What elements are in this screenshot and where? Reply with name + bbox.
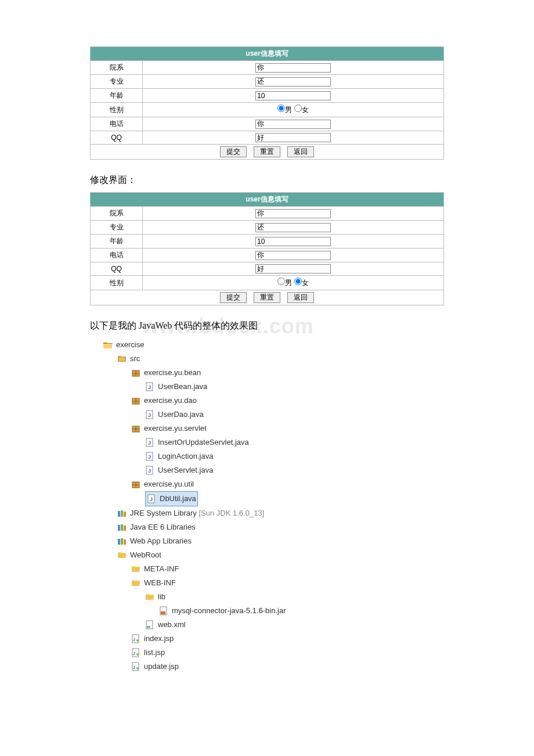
package-icon <box>131 368 140 377</box>
form-add: user信息填写 院系专业年龄性别男 女 电话QQ 提交重置返回 <box>90 46 444 160</box>
button-提交[interactable]: 提交 <box>220 146 247 157</box>
svg-text:J: J <box>148 384 151 390</box>
web-inf-folder[interactable]: WEB-INF <box>131 576 444 590</box>
java-file[interactable]: JUserBean.java <box>145 380 207 394</box>
svg-point-40 <box>136 639 139 642</box>
svg-point-43 <box>136 653 139 656</box>
form2-body: 院系专业年龄电话QQ性别男 女 <box>91 207 444 290</box>
folder-open-icon <box>145 592 154 602</box>
svg-text:J: J <box>148 454 151 460</box>
package-icon <box>131 424 140 433</box>
svg-rect-34 <box>161 611 165 614</box>
radio-女[interactable] <box>294 278 302 285</box>
button-row: 提交重置返回 <box>91 290 444 305</box>
project-root[interactable]: exercise <box>103 338 444 352</box>
radio-男[interactable] <box>277 105 285 112</box>
form-title: user信息填写 <box>91 47 444 61</box>
jsp-icon: J <box>131 634 140 643</box>
library-node[interactable]: JRE System Library [Sun JDK 1.6.0_13] <box>117 506 444 520</box>
package-node[interactable]: exercise.yu.util <box>131 477 444 491</box>
web-xml-file[interactable]: 3.0 web.xml <box>145 618 186 632</box>
java-file-icon: J <box>145 438 154 447</box>
svg-rect-29 <box>124 525 126 531</box>
field-label: 院系 <box>91 61 143 75</box>
project-icon <box>103 340 113 350</box>
folder-open-icon <box>131 564 140 574</box>
input-QQ[interactable] <box>255 133 331 142</box>
java-file[interactable]: JUserDao.java <box>145 408 204 422</box>
java-file-icon: J <box>147 494 156 503</box>
svg-text:J: J <box>148 468 151 474</box>
folder-open-icon <box>117 550 127 560</box>
java-file[interactable]: JInsertOrUpdateServlet.java <box>145 435 249 449</box>
library-node[interactable]: Java EE 6 Libraries <box>117 520 444 534</box>
xml-file-icon: 3.0 <box>145 620 154 629</box>
lib-folder[interactable]: lib <box>145 590 444 604</box>
folder-open-icon <box>131 578 140 588</box>
jar-icon <box>159 606 168 615</box>
java-file[interactable]: JUserServlet.java <box>145 463 213 477</box>
package-node[interactable]: exercise.yu.bean <box>131 366 444 380</box>
project-tree: exercise src exercise.yu.beanJUserBean.j… <box>103 338 444 674</box>
button-返回[interactable]: 返回 <box>287 292 314 303</box>
svg-rect-27 <box>118 525 120 531</box>
library-node[interactable]: Web App Libraries <box>117 534 444 548</box>
radio-男[interactable] <box>277 278 285 285</box>
jsp-icon: J <box>131 662 140 671</box>
field-label: 院系 <box>91 207 143 221</box>
input-专业[interactable] <box>255 223 331 232</box>
package-node[interactable]: exercise.yu.servlet <box>131 422 444 435</box>
webroot-folder[interactable]: WebRoot <box>117 548 444 562</box>
jsp-file[interactable]: Jlist.jsp <box>131 646 444 660</box>
form1-body: 院系专业年龄性别男 女 电话QQ <box>91 61 444 145</box>
svg-rect-26 <box>124 512 126 517</box>
input-年龄[interactable] <box>255 91 331 100</box>
java-file[interactable]: JDbUtil.java <box>145 491 198 506</box>
button-提交[interactable]: 提交 <box>220 292 247 303</box>
button-重置[interactable]: 重置 <box>254 146 280 157</box>
input-专业[interactable] <box>255 77 331 87</box>
input-QQ[interactable] <box>255 264 331 273</box>
jar-file[interactable]: mysql-connector-java-5.1.6-bin.jar <box>159 604 286 618</box>
package-node[interactable]: exercise.yu.dao <box>131 394 444 408</box>
source-folder-icon <box>117 354 127 363</box>
heading-modify: 修改界面： <box>90 174 444 186</box>
input-院系[interactable] <box>255 209 331 218</box>
radio-label: 男 <box>285 279 294 287</box>
field-label: 年龄 <box>91 235 143 249</box>
lib-files: mysql-connector-java-5.1.6-bin.jar <box>145 604 444 618</box>
button-返回[interactable]: 返回 <box>287 146 314 157</box>
input-电话[interactable] <box>255 120 331 129</box>
button-row: 提交重置返回 <box>91 145 444 160</box>
svg-point-46 <box>136 667 139 669</box>
package-icon <box>131 480 140 489</box>
java-file[interactable]: JLoginAction.java <box>145 449 213 463</box>
field-label: 电话 <box>91 117 143 131</box>
svg-text:J: J <box>148 440 151 446</box>
field-label: 电话 <box>91 249 143 262</box>
packages-list: exercise.yu.beanJUserBean.javaexercise.y… <box>117 366 444 506</box>
button-重置[interactable]: 重置 <box>254 292 280 303</box>
svg-text:J: J <box>133 665 135 669</box>
form-edit: user信息填写 院系专业年龄电话QQ性别男 女 提交重置返回 <box>90 192 444 305</box>
input-院系[interactable] <box>255 63 331 73</box>
field-label: 性别 <box>91 103 143 117</box>
field-label: QQ <box>91 131 143 145</box>
java-file-icon: J <box>145 382 154 391</box>
svg-rect-31 <box>121 538 123 545</box>
svg-text:J: J <box>133 638 135 642</box>
input-电话[interactable] <box>255 251 331 260</box>
library-icon <box>117 523 127 532</box>
jsp-file[interactable]: Jupdate.jsp <box>131 660 444 674</box>
svg-rect-25 <box>121 510 123 517</box>
meta-inf-folder[interactable]: META-INF <box>131 562 179 576</box>
field-label: 性别 <box>91 276 143 290</box>
input-年龄[interactable] <box>255 237 331 246</box>
radio-label: 男 <box>285 106 294 114</box>
radio-女[interactable] <box>294 105 302 112</box>
form-title: user信息填写 <box>91 193 444 207</box>
src-folder[interactable]: src <box>117 352 444 366</box>
svg-text:J: J <box>150 496 153 502</box>
libraries-section: JRE System Library [Sun JDK 1.6.0_13]Jav… <box>117 506 444 548</box>
jsp-file[interactable]: Jindex.jsp <box>131 632 444 646</box>
